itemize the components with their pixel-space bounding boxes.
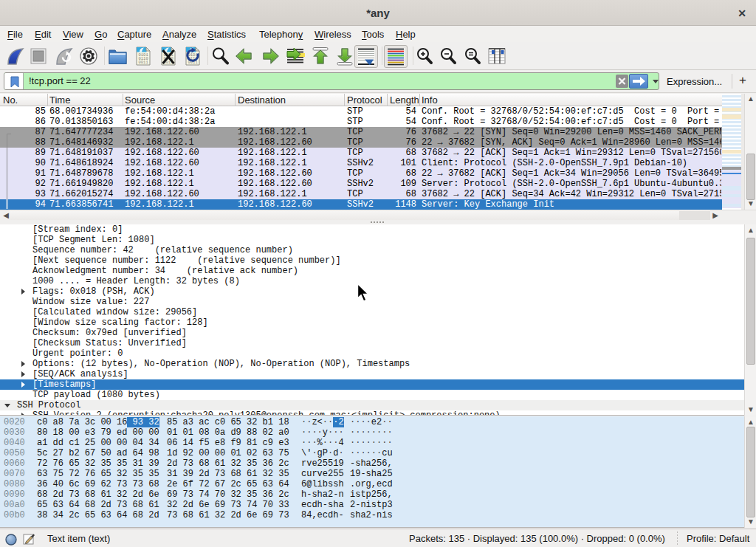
svg-text:0011: 0011 bbox=[139, 60, 149, 65]
